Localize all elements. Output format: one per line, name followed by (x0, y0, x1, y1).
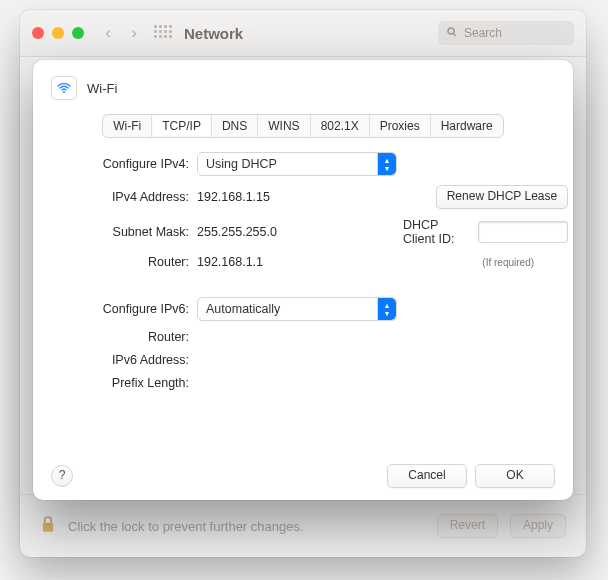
renew-dhcp-lease-button[interactable]: Renew DHCP Lease (436, 185, 569, 209)
ipv4-address-label: IPv4 Address: (51, 190, 191, 204)
svg-rect-2 (43, 522, 53, 531)
configure-ipv4-value: Using DHCP (206, 157, 277, 171)
wifi-icon (51, 76, 77, 100)
nav-buttons: ‹ › (98, 23, 144, 43)
network-advanced-sheet: Wi-Fi Wi-Fi TCP/IP DNS WINS 802.1X Proxi… (33, 60, 573, 500)
svg-point-0 (448, 28, 454, 34)
minimize-window-button[interactable] (52, 27, 64, 39)
help-button[interactable]: ? (51, 465, 73, 487)
tab-hardware[interactable]: Hardware (431, 115, 503, 137)
ok-button[interactable]: OK (475, 464, 555, 488)
dhcp-client-id-label: DHCP Client ID: (403, 218, 470, 246)
ipv4-router-label: Router: (51, 255, 191, 269)
ipv4-router-value: 192.168.1.1 (197, 255, 397, 269)
configure-ipv6-value: Automatically (206, 302, 280, 316)
search-icon (446, 26, 458, 41)
tab-8021x[interactable]: 802.1X (311, 115, 370, 137)
tab-dns[interactable]: DNS (212, 115, 258, 137)
tab-wins[interactable]: WINS (258, 115, 310, 137)
revert-button[interactable]: Revert (437, 514, 498, 538)
tcpip-form: Configure IPv4: Using DHCP ▲▼ IPv4 Addre… (51, 152, 555, 390)
search-placeholder: Search (464, 26, 502, 40)
configure-ipv6-label: Configure IPv6: (51, 302, 191, 316)
subnet-mask-value: 255.255.255.0 (197, 225, 397, 239)
zoom-window-button[interactable] (72, 27, 84, 39)
subnet-mask-label: Subnet Mask: (51, 225, 191, 239)
popup-arrows-icon: ▲▼ (377, 298, 396, 320)
ipv6-prefix-length-label: Prefix Length: (51, 376, 191, 390)
titlebar: ‹ › Network Search (20, 10, 586, 57)
dhcp-client-id-input[interactable] (478, 221, 569, 243)
apply-button[interactable]: Apply (510, 514, 566, 538)
cancel-button[interactable]: Cancel (387, 464, 467, 488)
ipv4-address-value: 192.168.1.15 (197, 190, 397, 204)
tab-wifi[interactable]: Wi-Fi (103, 115, 152, 137)
close-window-button[interactable] (32, 27, 44, 39)
popup-arrows-icon: ▲▼ (377, 153, 396, 175)
tab-tcpip[interactable]: TCP/IP (152, 115, 212, 137)
lock-text: Click the lock to prevent further change… (68, 519, 304, 534)
sheet-header: Wi-Fi (51, 76, 555, 100)
ipv6-address-label: IPv6 Address: (51, 353, 191, 367)
search-field[interactable]: Search (438, 21, 574, 45)
sheet-footer: ? Cancel OK (51, 456, 555, 488)
tab-bar: Wi-Fi TCP/IP DNS WINS 802.1X Proxies Har… (102, 114, 503, 138)
dhcp-client-id-hint: (If required) (448, 257, 568, 268)
ipv6-router-label: Router: (51, 330, 191, 344)
svg-point-3 (63, 91, 65, 93)
tab-proxies[interactable]: Proxies (370, 115, 431, 137)
show-all-icon[interactable] (154, 25, 170, 41)
lock-icon[interactable] (40, 515, 56, 538)
svg-line-1 (453, 33, 456, 36)
configure-ipv4-label: Configure IPv4: (51, 157, 191, 171)
preferences-footer: Click the lock to prevent further change… (20, 494, 586, 557)
traffic-lights (32, 27, 84, 39)
forward-button[interactable]: › (124, 23, 144, 43)
back-button[interactable]: ‹ (98, 23, 118, 43)
window-title: Network (184, 25, 428, 42)
configure-ipv4-select[interactable]: Using DHCP ▲▼ (197, 152, 397, 176)
interface-title: Wi-Fi (87, 81, 117, 96)
configure-ipv6-select[interactable]: Automatically ▲▼ (197, 297, 397, 321)
